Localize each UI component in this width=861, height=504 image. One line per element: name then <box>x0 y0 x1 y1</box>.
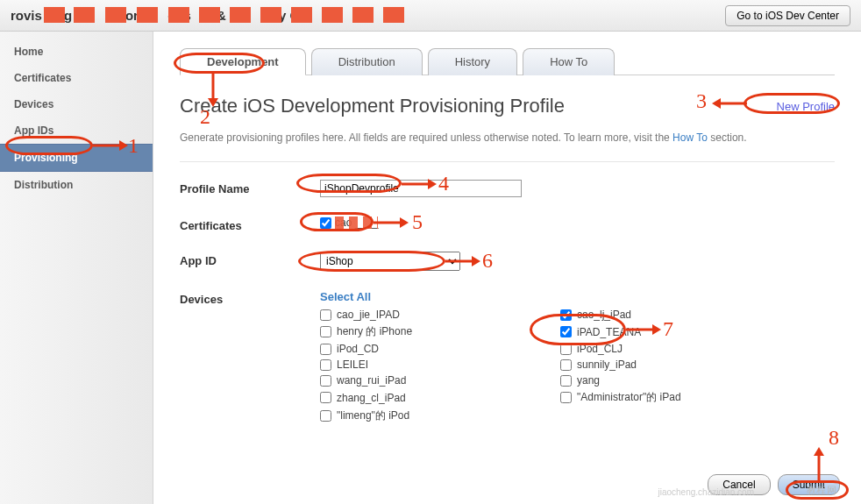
tab-distribution[interactable]: Distribution <box>311 48 423 75</box>
device-label: wang_rui_iPad <box>337 374 406 387</box>
sidebar-item-distribution[interactable]: Distribution <box>0 172 153 198</box>
device-label: cao_lj_iPad <box>577 309 631 321</box>
device-label: cao_jie_IPAD <box>337 309 400 321</box>
device-item: cao_jie_IPAD <box>320 309 539 321</box>
select-all-link[interactable]: Select All <box>320 290 371 303</box>
profile-name-label: Profile Name <box>180 180 320 195</box>
device-checkbox[interactable] <box>320 326 331 337</box>
device-checkbox[interactable] <box>560 375 572 387</box>
device-label: iPod_CD <box>337 343 379 355</box>
howto-link[interactable]: How To <box>672 131 708 144</box>
devices-label: Devices <box>180 290 320 306</box>
page-title: Create iOS Development Provisioning Prof… <box>180 95 835 117</box>
device-checkbox[interactable] <box>560 344 572 355</box>
device-item: "Administrator"的 iPad <box>560 390 779 405</box>
device-item: LEILEI <box>320 358 539 371</box>
device-label: "limeng"的 iPod <box>337 408 409 423</box>
certificate-checkbox[interactable] <box>320 217 331 229</box>
device-label: yang <box>577 374 600 387</box>
certificate-name: cao ____ <box>335 217 378 229</box>
device-item: sunnily_iPad <box>560 358 779 371</box>
tab-development[interactable]: Development <box>180 48 306 75</box>
sidebar-item-certificates[interactable]: Certificates <box>0 65 153 91</box>
device-checkbox[interactable] <box>560 392 572 403</box>
watermark-url: jiaocheng.chazidian.com <box>658 487 754 497</box>
device-item: "limeng"的 iPod <box>320 408 539 423</box>
sidebar-item-appids[interactable]: App IDs <box>0 117 153 144</box>
device-checkbox[interactable] <box>560 326 572 337</box>
device-checkbox[interactable] <box>560 359 572 371</box>
app-id-label: App ID <box>180 252 320 267</box>
device-item: wang_rui_iPad <box>320 374 539 387</box>
device-item: henry 的 iPhone <box>320 324 539 339</box>
tab-howto[interactable]: How To <box>523 48 615 75</box>
device-label: henry 的 iPhone <box>337 324 412 339</box>
device-checkbox[interactable] <box>320 410 331 422</box>
sidebar-item-home[interactable]: Home <box>0 39 153 65</box>
device-label: iPod_CLJ <box>577 343 623 355</box>
tabs: Development Distribution History How To <box>180 47 835 75</box>
device-item: cao_lj_iPad <box>560 309 779 321</box>
device-item: iPod_CD <box>320 343 539 355</box>
device-checkbox[interactable] <box>560 309 572 321</box>
certificates-label: Certificates <box>180 217 320 232</box>
profile-name-input[interactable] <box>320 180 522 197</box>
app-id-select[interactable]: iShop <box>320 252 460 271</box>
devices-grid: cao_jie_IPADcao_lj_iPadhenry 的 iPhoneiPA… <box>320 309 835 423</box>
sidebar-item-provisioning[interactable]: Provisioning <box>0 144 153 172</box>
device-item: iPAD_TEANA <box>560 324 779 339</box>
header-bar: rovis g Po lor ons & te gy C Go to iOS D… <box>0 0 861 32</box>
device-checkbox[interactable] <box>320 309 331 321</box>
device-item <box>560 408 779 423</box>
device-label: iPAD_TEANA <box>577 326 641 338</box>
device-checkbox[interactable] <box>320 392 331 403</box>
device-checkbox[interactable] <box>320 344 331 355</box>
main-content: Development Distribution History How To … <box>153 32 861 504</box>
device-item: iPod_CLJ <box>560 343 779 355</box>
intro-text: Generate provisioning profiles here. All… <box>180 131 835 162</box>
sidebar: Home Certificates Devices App IDs Provis… <box>0 32 153 504</box>
tab-history[interactable]: History <box>428 48 517 75</box>
device-label: zhang_cl_iPad <box>337 392 406 404</box>
watermark: 教程网 <box>807 484 837 497</box>
device-label: "Administrator"的 iPad <box>577 390 681 405</box>
header-title: rovis g Po lor ons & te gy C <box>11 8 299 23</box>
device-checkbox[interactable] <box>320 359 331 371</box>
dev-center-button[interactable]: Go to iOS Dev Center <box>725 5 850 26</box>
device-label: LEILEI <box>337 358 368 371</box>
device-item: zhang_cl_iPad <box>320 390 539 405</box>
device-item: yang <box>560 374 779 387</box>
device-checkbox[interactable] <box>320 375 331 387</box>
sidebar-item-devices[interactable]: Devices <box>0 91 153 117</box>
new-profile-link[interactable]: New Profile <box>777 100 835 113</box>
device-label: sunnily_iPad <box>577 358 637 371</box>
